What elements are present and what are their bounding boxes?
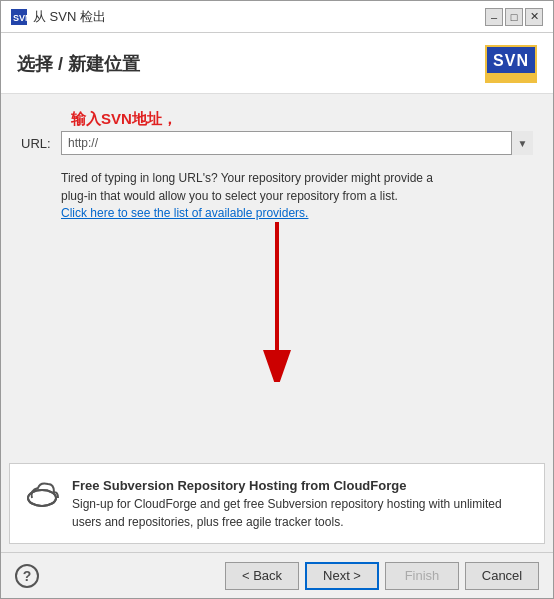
back-label: < Back bbox=[242, 568, 282, 583]
hint-text-line2: plug-in that would allow you to select y… bbox=[61, 187, 533, 205]
form-area: 输入SVN地址， URL: ▼ Tired of typing in long … bbox=[1, 94, 553, 463]
title-bar-controls: – □ ✕ bbox=[485, 8, 543, 26]
svg-text:SVN: SVN bbox=[13, 13, 27, 23]
url-row-wrapper: 输入SVN地址， URL: ▼ bbox=[21, 110, 533, 161]
cloudforge-description: Sign-up for CloudForge and get free Subv… bbox=[72, 495, 530, 531]
cancel-label: Cancel bbox=[482, 568, 522, 583]
svn-logo: SVN bbox=[485, 45, 537, 83]
annotation-wrapper: 输入SVN地址， bbox=[21, 110, 177, 129]
page-header: 选择 / 新建位置 SVN bbox=[1, 33, 553, 94]
cloudforge-text: Free Subversion Repository Hosting from … bbox=[72, 476, 530, 532]
url-form-row: URL: ▼ bbox=[21, 131, 533, 155]
hint-box: Tired of typing in long URL's? Your repo… bbox=[61, 165, 533, 222]
url-dropdown-button[interactable]: ▼ bbox=[511, 131, 533, 155]
finish-button[interactable]: Finish bbox=[385, 562, 459, 590]
main-window: SVN 从 SVN 检出 – □ ✕ 选择 / 新建位置 SVN 输入SVN地址… bbox=[0, 0, 554, 599]
arrow-area bbox=[21, 222, 533, 447]
next-label: Next > bbox=[323, 568, 361, 583]
maximize-button[interactable]: □ bbox=[505, 8, 523, 26]
help-label: ? bbox=[23, 568, 32, 584]
url-input-wrapper: ▼ bbox=[61, 131, 533, 155]
annotation-text: 输入SVN地址， bbox=[71, 110, 177, 127]
page-title: 选择 / 新建位置 bbox=[17, 52, 140, 76]
minimize-button[interactable]: – bbox=[485, 8, 503, 26]
cloudforge-icon bbox=[24, 476, 60, 512]
cloudforge-title: Free Subversion Repository Hosting from … bbox=[72, 476, 530, 496]
svn-logo-text: SVN bbox=[493, 52, 529, 76]
title-bar: SVN 从 SVN 检出 – □ ✕ bbox=[1, 1, 553, 33]
url-input[interactable] bbox=[61, 131, 533, 155]
hint-link[interactable]: Click here to see the list of available … bbox=[61, 206, 308, 220]
finish-label: Finish bbox=[405, 568, 440, 583]
next-button[interactable]: Next > bbox=[305, 562, 379, 590]
footer-left: ? bbox=[15, 564, 39, 588]
title-bar-left: SVN 从 SVN 检出 bbox=[11, 8, 106, 26]
red-arrow-icon bbox=[247, 222, 307, 382]
cancel-button[interactable]: Cancel bbox=[465, 562, 539, 590]
cloudforge-box: Free Subversion Repository Hosting from … bbox=[9, 463, 545, 545]
back-button[interactable]: < Back bbox=[225, 562, 299, 590]
hint-text-line1: Tired of typing in long URL's? Your repo… bbox=[61, 169, 533, 187]
help-button[interactable]: ? bbox=[15, 564, 39, 588]
window-title: 从 SVN 检出 bbox=[33, 8, 106, 26]
content-area: 选择 / 新建位置 SVN 输入SVN地址， URL: ▼ bbox=[1, 33, 553, 552]
footer-right: < Back Next > Finish Cancel bbox=[225, 562, 539, 590]
footer: ? < Back Next > Finish Cancel bbox=[1, 552, 553, 598]
url-label: URL: bbox=[21, 136, 61, 151]
close-button[interactable]: ✕ bbox=[525, 8, 543, 26]
svn-small-icon: SVN bbox=[11, 9, 27, 25]
